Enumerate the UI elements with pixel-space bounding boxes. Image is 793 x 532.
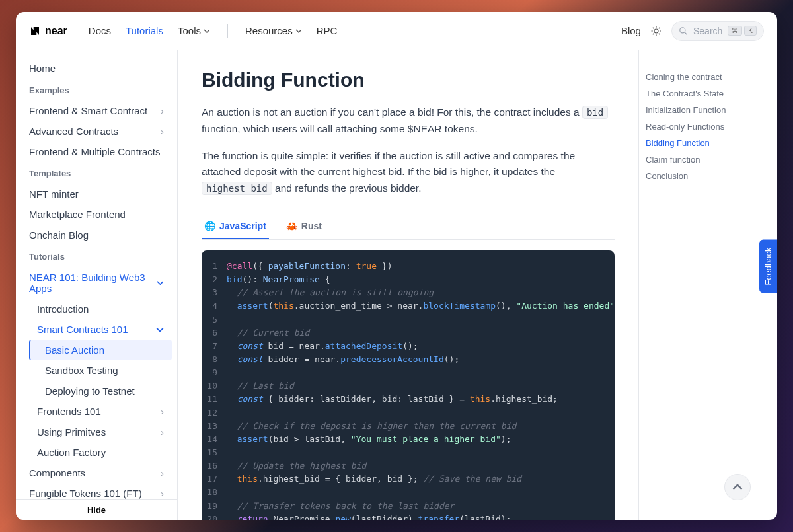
theme-toggle[interactable]	[650, 25, 662, 37]
chevron-right-icon: ›	[161, 105, 164, 116]
code-line: 10 // Last bid	[202, 379, 615, 393]
sidebar-t2[interactable]: Marketplace Frontend	[16, 204, 177, 225]
sidebar-home[interactable]: Home	[16, 58, 177, 79]
feedback-button[interactable]: Feedback	[759, 239, 777, 293]
code-line: 14 assert(bid > lastBid, "You must place…	[202, 433, 615, 446]
toc-item[interactable]: Read-only Functions	[646, 118, 764, 135]
logo[interactable]: near	[29, 25, 67, 37]
svg-line-7	[653, 33, 654, 34]
sidebar-tut1b2[interactable]: Sandbox Testing	[16, 360, 177, 381]
nav-resources[interactable]: Resources	[245, 25, 302, 36]
code-line: 6 // Current bid	[202, 326, 615, 340]
line-number: 10	[202, 379, 227, 393]
code-text: const bid = near.attachedDeposit();	[227, 340, 418, 353]
sidebar-hide-button[interactable]: Hide	[16, 499, 177, 520]
toc-item[interactable]: Conclusion	[646, 168, 764, 184]
sidebar-t3[interactable]: Onchain Blog	[16, 225, 177, 245]
scroll-top-button[interactable]	[724, 474, 751, 500]
code-text: const { bidder: lastBidder, bid: lastBid…	[227, 393, 558, 406]
code-tabs: 🌐JavaScript 🦀Rust	[202, 214, 615, 240]
nav-blog[interactable]: Blog	[621, 25, 641, 36]
browser-window: near Docs Tutorials Tools Resources RPC …	[16, 12, 777, 520]
toc-item[interactable]: Initialization Function	[646, 102, 764, 118]
search-kbd: ⌘K	[728, 26, 757, 36]
code-text: @call({ payableFunction: true })	[227, 260, 392, 273]
chevron-up-icon	[732, 482, 743, 492]
sidebar-tut1[interactable]: NEAR 101: Building Web3 Apps	[16, 267, 177, 299]
code-text: // Last bid	[227, 379, 294, 393]
search-icon	[679, 26, 688, 36]
code-line: 15	[202, 446, 615, 459]
code-line: 13 // Check if the deposit is higher tha…	[202, 420, 615, 433]
svg-line-10	[685, 32, 687, 34]
line-number: 20	[202, 513, 227, 520]
sidebar-tut1b3[interactable]: Deploying to Testnet	[16, 381, 177, 401]
code-line: 5	[202, 313, 615, 326]
nav-links: Docs Tutorials Tools Resources RPC	[89, 24, 338, 38]
nav-tutorials[interactable]: Tutorials	[126, 25, 163, 36]
nav-divider	[227, 24, 228, 38]
code-line: 20 return NearPromise.new(lastBidder).tr…	[202, 513, 615, 520]
tab-rust[interactable]: 🦀Rust	[283, 214, 324, 239]
code-block: 1@call({ payableFunction: true })2bid():…	[202, 250, 615, 520]
code-line: 1@call({ payableFunction: true })	[202, 260, 615, 273]
sidebar-tut1a[interactable]: Introduction	[16, 299, 177, 319]
toc-item-active[interactable]: Bidding Function	[646, 135, 764, 151]
tab-javascript[interactable]: 🌐JavaScript	[202, 214, 269, 239]
code-text: this.highest_bid = { bidder, bid }; // S…	[227, 473, 521, 486]
line-number: 9	[202, 366, 227, 379]
code-line: 12	[202, 406, 615, 420]
paragraph-2: The function is quite simple: it verifie…	[202, 148, 615, 197]
svg-line-5	[653, 27, 654, 28]
search-box[interactable]: Search ⌘K	[671, 21, 764, 41]
line-number: 6	[202, 326, 227, 340]
code-text: // Transfer tokens back to the last bidd…	[227, 500, 454, 513]
globe-icon: 🌐	[204, 221, 215, 231]
chevron-right-icon: ›	[161, 467, 164, 478]
sidebar-ex3[interactable]: Frontend & Multiple Contracts	[16, 141, 177, 162]
code-text: return NearPromise.new(lastBidder).trans…	[227, 513, 511, 520]
chevron-down-icon	[204, 28, 210, 34]
nav-docs[interactable]: Docs	[89, 25, 111, 36]
code-text: // Assert the auction is still ongoing	[227, 286, 434, 299]
line-number: 17	[202, 473, 227, 486]
code-text: // Check if the deposit is higher than t…	[227, 420, 516, 433]
code-line: 16 // Update the highest bid	[202, 459, 615, 473]
nav-tools[interactable]: Tools	[178, 25, 210, 36]
toc-item[interactable]: Claim function	[646, 151, 764, 168]
chevron-down-icon	[157, 279, 164, 287]
sidebar-ex1[interactable]: Frontend & Smart Contract›	[16, 100, 177, 121]
code-line: 11 const { bidder: lastBidder, bid: last…	[202, 393, 615, 406]
toc-item[interactable]: The Contract's State	[646, 85, 764, 102]
content-area: Home Examples Frontend & Smart Contract›…	[16, 50, 777, 520]
line-number: 2	[202, 273, 227, 286]
sidebar-tut1d[interactable]: Using Primitves›	[16, 422, 177, 442]
svg-line-8	[659, 27, 660, 28]
code-line: 18	[202, 486, 615, 499]
svg-point-0	[654, 29, 658, 33]
sidebar-heading-templates: Templates	[16, 162, 177, 184]
line-number: 3	[202, 286, 227, 299]
line-number: 11	[202, 393, 227, 406]
chevron-right-icon: ›	[161, 488, 164, 499]
sidebar-tut1b1[interactable]: Basic Auction	[29, 340, 172, 360]
nav-rpc[interactable]: RPC	[317, 25, 338, 36]
toc-item[interactable]: Cloning the contract	[646, 69, 764, 85]
line-number: 12	[202, 406, 227, 420]
line-number: 13	[202, 420, 227, 433]
code-line: 9	[202, 366, 615, 379]
svg-point-9	[680, 27, 685, 32]
sidebar-tut1e[interactable]: Auction Factory	[16, 442, 177, 463]
sidebar: Home Examples Frontend & Smart Contract›…	[16, 50, 178, 520]
chevron-right-icon: ›	[161, 426, 164, 437]
inline-code: bid	[582, 106, 608, 119]
line-number: 14	[202, 433, 227, 446]
chevron-right-icon: ›	[161, 406, 164, 417]
sidebar-ex2[interactable]: Advanced Contracts›	[16, 121, 177, 141]
sidebar-tut1b[interactable]: Smart Contracts 101	[16, 319, 177, 340]
chevron-down-icon	[156, 326, 164, 334]
sidebar-tut2[interactable]: Components›	[16, 463, 177, 483]
crab-icon: 🦀	[286, 221, 297, 231]
sidebar-t1[interactable]: NFT minter	[16, 184, 177, 204]
sidebar-tut1c[interactable]: Frontends 101›	[16, 401, 177, 422]
